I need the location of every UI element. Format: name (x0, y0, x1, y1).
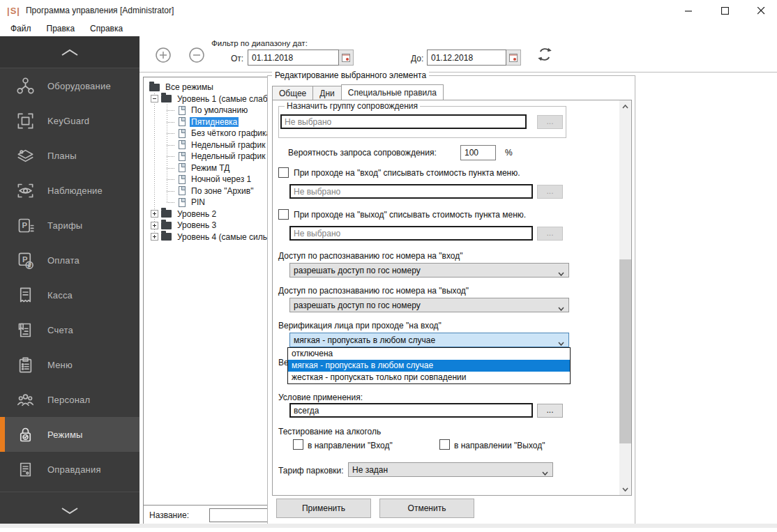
document-icon (15, 459, 35, 479)
exit-menu-input[interactable] (289, 226, 533, 241)
date-to-input[interactable] (427, 50, 506, 66)
page-icon (179, 198, 186, 207)
parking-label: Тариф парковки: (278, 466, 344, 476)
sidebar-item-label: Оправдания (47, 464, 101, 475)
sidebar-item-payment[interactable]: P₽ Оплата (0, 243, 139, 278)
probability-unit: % (505, 148, 513, 158)
zoom-out-button[interactable] (188, 47, 205, 63)
page-icon (179, 152, 186, 161)
entry-menu-checkbox[interactable] (278, 167, 289, 178)
toolbar: Фильтр по диапазону дат: От: До: (139, 36, 777, 73)
sidebar-item-label: KeyGuard (47, 116, 89, 126)
plate-in-select[interactable]: разрешать доступ по гос номеру (289, 263, 569, 278)
menu-file[interactable]: Файл (6, 22, 36, 35)
date-from-input[interactable] (248, 50, 339, 66)
name-label: Название: (149, 510, 189, 520)
dropdown-option[interactable]: отключена (288, 348, 570, 360)
entry-menu-more-button[interactable]: ... (537, 185, 563, 199)
condition-input[interactable] (289, 403, 533, 418)
alcohol-in-label: в направлении "Вход" (308, 441, 393, 450)
sidebar-item-excuses[interactable]: Оправдания (0, 452, 139, 487)
face-in-dropdown-list: отключена мягкая - пропускать в любом сл… (287, 347, 571, 384)
date-to-calendar-button[interactable] (506, 50, 521, 66)
chevron-up-icon (59, 48, 80, 56)
close-button[interactable] (753, 3, 769, 18)
sidebar-item-label: Тарифы (47, 220, 82, 231)
minimize-button[interactable] (681, 3, 696, 18)
date-from-calendar-button[interactable] (339, 50, 354, 66)
plate-in-label: Доступ по распознаванию гос номера на "в… (278, 251, 463, 261)
page-icon (179, 129, 186, 138)
calendar-icon (342, 54, 350, 62)
menu-help[interactable]: Справка (85, 22, 128, 35)
date-to-label: До: (411, 54, 423, 63)
page-icon (179, 175, 186, 184)
sidebar-scroll-down[interactable] (0, 492, 139, 528)
sidebar-item-label: Оплата (47, 255, 80, 266)
selected-accent-bar (0, 417, 5, 452)
sidebar-item-label: Меню (47, 360, 73, 370)
face-in-select[interactable]: мягкая - пропускать в любом случае (289, 333, 569, 347)
sidebar-item-staff[interactable]: Персонал (0, 382, 139, 417)
sidebar-item-invoices[interactable]: Счета (0, 312, 139, 347)
sidebar-item-label: Счета (47, 325, 73, 335)
expand-icon[interactable] (151, 233, 158, 241)
sidebar-item-equipment[interactable]: Оборудование (0, 68, 139, 103)
sidebar-item-cashdesk[interactable]: Касса (0, 278, 139, 312)
app-icon: |S| (7, 6, 20, 16)
page-icon (179, 163, 186, 172)
sidebar-item-menu[interactable]: Меню (0, 347, 139, 382)
dropdown-option-selected[interactable]: мягкая - пропускать в любом случае (288, 360, 570, 372)
refresh-button[interactable] (536, 45, 554, 63)
cancel-button[interactable]: Отменить (379, 499, 474, 518)
alcohol-in-checkbox[interactable] (293, 439, 303, 450)
condition-more-button[interactable]: ... (537, 404, 563, 418)
entry-menu-label: При проходе на "вход" списывать стоимост… (294, 168, 520, 178)
parking-select[interactable]: Не задан (348, 462, 553, 477)
editor-legend: Редактирование выбранного элемента (272, 70, 429, 80)
escort-group-more-button[interactable]: ... (537, 115, 563, 129)
plate-out-select[interactable]: разрешать доступ по гос номеру (289, 298, 569, 312)
entry-menu-input[interactable] (289, 184, 533, 199)
svg-text:P: P (22, 220, 27, 229)
escort-group-input[interactable] (280, 114, 527, 129)
chevron-down-icon (542, 468, 548, 478)
alcohol-out-checkbox[interactable] (439, 439, 450, 450)
expand-icon[interactable] (151, 222, 158, 229)
svg-text:₽: ₽ (27, 261, 31, 268)
eye-icon (15, 181, 35, 200)
tab-special-rules[interactable]: Специальные правила (341, 84, 444, 100)
sidebar-item-surveillance[interactable]: Наблюдение (0, 173, 139, 208)
collapse-icon[interactable] (151, 95, 158, 102)
apply-button[interactable]: Применить (276, 499, 371, 518)
sidebar-item-label: Касса (47, 290, 73, 301)
zoom-in-button[interactable] (155, 47, 172, 63)
condition-label: Условие применения: (278, 393, 363, 402)
tab-general[interactable]: Общее (272, 86, 313, 100)
tab-days[interactable]: Дни (312, 86, 341, 100)
minus-circle-icon (188, 47, 205, 63)
sidebar-scroll-up[interactable] (0, 36, 139, 68)
keyguard-icon (15, 111, 35, 130)
scroll-down-arrow[interactable] (619, 483, 631, 495)
dropdown-option[interactable]: жесткая - пропускать только при совпаден… (288, 372, 570, 383)
lock-icon (15, 425, 35, 444)
refresh-icon (536, 45, 554, 63)
probability-input[interactable] (460, 145, 496, 160)
scrollbar-thumb[interactable] (619, 259, 631, 443)
sidebar-item-plans[interactable]: Планы (0, 138, 139, 173)
scroll-up-arrow[interactable] (619, 100, 631, 112)
sidebar-item-modes[interactable]: Режимы (0, 417, 139, 452)
expand-icon[interactable] (151, 210, 158, 218)
maximize-button[interactable] (717, 3, 732, 18)
form-scrollbar[interactable] (619, 100, 631, 495)
menu-edit[interactable]: Правка (42, 22, 80, 35)
exit-menu-checkbox[interactable] (278, 209, 289, 220)
page-icon (179, 140, 186, 149)
folder-icon (161, 210, 172, 218)
sidebar-item-tariffs[interactable]: P Тарифы (0, 208, 139, 243)
sidebar-item-keyguard[interactable]: KeyGuard (0, 103, 139, 138)
probability-label: Вероятность запроса сопровождения: (288, 148, 437, 158)
face-in-label: Верификация лица при проходе "на вход" (278, 321, 442, 330)
exit-menu-more-button[interactable]: ... (537, 227, 563, 241)
